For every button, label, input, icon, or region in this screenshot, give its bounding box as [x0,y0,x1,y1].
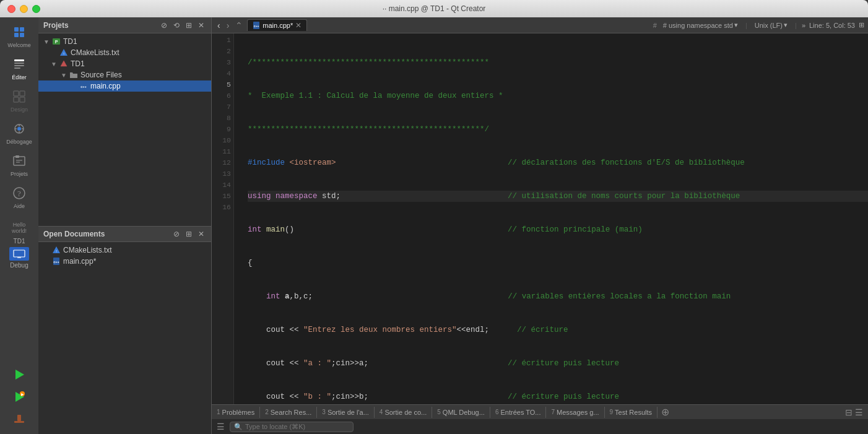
sidebar-item-design[interactable]: Design [0,84,38,116]
project-panel-header: Projets ⊘ ⟲ ⊞ ✕ [38,17,211,33]
cpp-file-icon: c++ [79,82,88,90]
tree-item-source-files[interactable]: ▼ Source Files [38,69,211,80]
bp-5 [234,78,243,89]
sidebar-bottom: ▶ [9,365,29,434]
sidebar-label-welcome: Welcome [7,42,30,48]
tree-item-td1-root[interactable]: ▼ P TD1 [38,36,211,47]
bp-11 [234,145,243,156]
sidebar-item-editor[interactable]: Éditer [0,52,38,84]
bp-7 [234,100,243,111]
line-num-4: 4 [214,68,231,79]
tab-more-button[interactable]: ⊕ [658,404,673,419]
breadcrumb-chevron: ▾ [734,21,738,29]
open-docs-add-btn[interactable]: ⊞ [184,229,194,239]
tab-bar: c++ main.cpp* ✕ [247,19,650,31]
run-with-debug-button[interactable]: ▶ [9,387,29,407]
tab-test-results[interactable]: 9 Test Results [605,407,658,418]
bp-6 [234,89,243,100]
tree-item-td1-sub[interactable]: ▼ TD1 [38,58,211,69]
tab-messages[interactable]: 7 Messages g... [546,407,604,418]
line-ending-label: Unix (LF) [755,22,783,29]
debug-label: Debug [5,262,33,271]
filter-button[interactable]: ⊘ [159,20,169,30]
open-doc-cmake[interactable]: ! CMakeLists.txt [38,245,211,256]
sidebar-item-help[interactable]: ? Aide [0,181,38,213]
open-doc-maincpp[interactable]: c++ main.cpp* [38,256,211,267]
line-num-6: 6 [214,90,231,102]
svg-text:▶: ▶ [21,393,24,396]
line-num-14: 14 [214,180,231,191]
design-icon [11,88,28,105]
position-label: » [802,22,805,29]
breadcrumb-dropdown[interactable]: # using namespace std ▾ [661,20,740,30]
svg-rect-0 [14,27,19,32]
tree-item-maincpp[interactable]: c++ main.cpp [38,80,211,92]
split-editor-button[interactable]: ⊟ [845,407,853,417]
code-content[interactable]: /***************************************… [243,33,868,404]
svg-text:P: P [55,40,58,44]
bp-10 [234,134,243,145]
add-panel-button[interactable]: ⊞ [184,20,194,30]
toolbar-sep2: | [795,22,797,29]
sidebar-item-debug[interactable]: Débogage [0,116,38,149]
bp-4 [234,67,243,78]
sidebar-item-welcome[interactable]: Welcome [0,20,38,52]
sync-button[interactable]: ⟲ [171,20,181,30]
sidebar-label-design: Design [11,106,28,113]
build-button[interactable] [9,409,29,429]
svg-text:c++: c++ [80,85,86,89]
tab-messages-label: Messages g... [557,409,599,416]
svg-marker-27 [15,370,24,380]
tab-qml-debug[interactable]: 5 QML Debug... [432,407,490,418]
hash-icon: # [653,22,657,29]
tab-app-output[interactable]: 3 Sortie de l'a... [317,407,374,418]
run-button[interactable] [9,365,29,384]
toolbar-sep1: | [745,22,747,29]
tree-item-cmakelists[interactable]: ! CMakeLists.txt [38,47,211,58]
nav-back-button[interactable]: ‹ [215,20,222,30]
sidebar-item-projects[interactable]: Projets [0,149,38,181]
code-line-6: int main() // fonction principale (main) [248,224,868,235]
minimize-button[interactable] [20,5,28,13]
line-num-13: 13 [214,168,231,180]
close-bottom-button[interactable]: ☰ [855,407,863,417]
svg-rect-31 [14,421,24,423]
line-num-2: 2 [214,46,231,57]
tree-label-cmakelists: CMakeLists.txt [71,48,119,57]
svg-rect-6 [14,65,24,66]
tab-close-button[interactable]: ✕ [295,21,302,30]
maximize-button[interactable] [32,5,40,13]
cursor-position: Line: 5, Col: 53 [809,22,855,29]
svg-rect-32 [17,415,21,421]
code-editor[interactable]: 1 2 3 4 5 6 7 8 9 10 11 12 13 14 15 16 [212,33,868,404]
bottom-status-bar: ☰ 🔍 [212,419,868,434]
open-docs-sort-btn[interactable]: ⊘ [171,229,181,239]
locate-input[interactable] [245,423,338,430]
sidebar-toggle-button[interactable]: ☰ [217,422,225,432]
tab-maincpp[interactable]: c++ main.cpp* ✕ [247,19,307,31]
tab-problems[interactable]: 1 Problèmes [212,407,260,418]
project-panel-title: Projets [43,21,157,30]
tab-problems-label: Problèmes [222,409,255,416]
line-gutter: 1 2 3 4 5 6 7 8 9 10 11 12 13 14 15 16 [212,33,234,404]
nav-forward-button[interactable]: › [225,20,232,30]
debug-monitor-icon [9,247,29,261]
line-ending-dropdown[interactable]: Unix (LF) ▾ [752,20,790,30]
bp-9 [234,123,243,134]
sidebar-label-debug: Débogage [6,139,32,145]
svg-point-17 [17,127,21,131]
expand-icon[interactable]: ⊞ [859,21,864,29]
locate-search-box[interactable]: 🔍 [230,422,354,432]
open-docs-close-btn[interactable]: ✕ [196,229,206,239]
close-panel-button[interactable]: ✕ [196,20,206,30]
tab-search-results[interactable]: 2 Search Res... [260,407,317,418]
line-num-10: 10 [214,135,231,146]
tab-compile-output[interactable]: 4 Sortie de co... [375,407,432,418]
nav-up-button[interactable]: ⌃ [233,20,245,30]
line-num-12: 12 [214,157,231,168]
close-button[interactable] [7,5,15,13]
svg-rect-24 [14,250,25,257]
chevron-source: ▼ [61,72,67,79]
sidebar-label-help: Aide [14,203,25,209]
tab-entries-to[interactable]: 6 Entrées TO... [490,407,547,418]
